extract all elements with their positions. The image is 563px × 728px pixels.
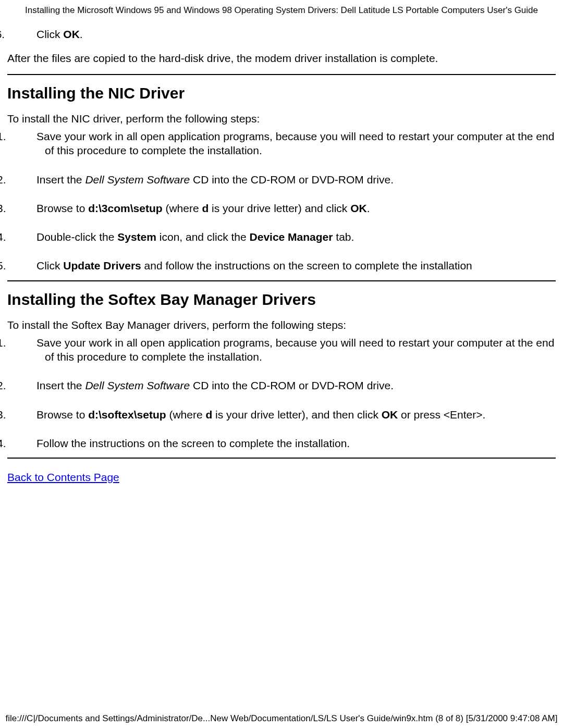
step-text-bold: d:\3com\setup xyxy=(88,202,162,214)
step-text-bold: Update Drivers xyxy=(63,260,141,272)
list-item: 4.Follow the instructions on the screen … xyxy=(27,436,556,450)
step-text: (where xyxy=(163,202,202,214)
list-item: 3.Browse to d:\3com\setup (where d is yo… xyxy=(27,201,556,215)
divider xyxy=(7,74,556,75)
step-text-bold: d xyxy=(202,202,209,214)
nic-heading: Installing the NIC Driver xyxy=(7,84,556,102)
step-num: 16. xyxy=(16,28,36,41)
step-text: and follow the instructions on the scree… xyxy=(141,260,472,272)
step-num: 1. xyxy=(21,129,36,143)
step-text-suffix: . xyxy=(80,28,83,40)
list-item: 1.Save your work in all open application… xyxy=(27,336,556,364)
step-num: 2. xyxy=(21,378,36,392)
step-16-item: 16.Click OK. xyxy=(27,28,556,41)
step-text: icon, and click the xyxy=(156,231,250,243)
list-item: 2.Insert the Dell System Software CD int… xyxy=(27,378,556,392)
step-text: Browse to xyxy=(36,202,88,214)
step-num: 1. xyxy=(21,336,36,350)
step-text: . xyxy=(367,202,370,214)
step-num: 2. xyxy=(21,172,36,187)
step-num: 3. xyxy=(21,408,36,422)
step-text-bold: OK xyxy=(382,409,398,421)
step-text: Save your work in all open application p… xyxy=(36,130,554,156)
step-text-bold: Device Manager xyxy=(250,231,333,243)
step-num: 4. xyxy=(21,230,36,244)
step-text: tab. xyxy=(333,231,354,243)
nic-steps: 1.Save your work in all open application… xyxy=(7,129,556,273)
step-text: Follow the instructions on the screen to… xyxy=(36,437,350,449)
step-text: (where xyxy=(166,409,206,421)
list-item: 3.Browse to d:\softex\setup (where d is … xyxy=(27,408,556,422)
step-num: 5. xyxy=(21,258,36,273)
step-text: Double-click the xyxy=(36,231,117,243)
step-text: Click xyxy=(36,260,63,272)
list-item: 5.Click Update Drivers and follow the in… xyxy=(27,258,556,273)
step-text: or press <Enter>. xyxy=(398,409,485,421)
step-text: is your drive letter), and then click xyxy=(212,409,381,421)
step-text-bold: System xyxy=(117,231,156,243)
step-text: Insert the xyxy=(36,379,85,391)
step-text: CD into the CD-ROM or DVD-ROM drive. xyxy=(190,174,394,186)
step-text: Insert the xyxy=(36,174,85,186)
softex-steps: 1.Save your work in all open application… xyxy=(7,336,556,450)
divider xyxy=(7,280,556,281)
footer-path: file:///C|/Documents and Settings/Admini… xyxy=(0,713,563,724)
content: 16.Click OK. After the files are copied … xyxy=(0,28,563,484)
step-text: is your drive letter) and click xyxy=(209,202,350,214)
nic-intro: To install the NIC driver, perform the f… xyxy=(7,113,556,125)
list-item: 2.Insert the Dell System Software CD int… xyxy=(27,172,556,187)
softex-heading: Installing the Softex Bay Manager Driver… xyxy=(7,291,556,309)
softex-intro: To install the Softex Bay Manager driver… xyxy=(7,319,556,331)
step-text-prefix: Click xyxy=(36,28,63,40)
step-16-list: 16.Click OK. xyxy=(7,28,556,41)
step-text: CD into the CD-ROM or DVD-ROM drive. xyxy=(190,379,394,391)
list-item: 4.Double-click the System icon, and clic… xyxy=(27,230,556,244)
step-text-bold: d:\softex\setup xyxy=(88,409,166,421)
divider xyxy=(7,458,556,459)
step-text-bold: OK xyxy=(63,28,80,40)
step-text: Save your work in all open application p… xyxy=(36,337,554,363)
page-header-title: Installing the Microsoft Windows 95 and … xyxy=(0,0,563,19)
step-text-bold: OK xyxy=(350,202,367,214)
back-to-contents-link[interactable]: Back to Contents Page xyxy=(7,471,119,484)
step-num: 3. xyxy=(21,201,36,215)
list-item: 1.Save your work in all open application… xyxy=(27,129,556,158)
step-text-italic: Dell System Software xyxy=(85,174,190,186)
after-copy-paragraph: After the files are copied to the hard-d… xyxy=(7,52,556,65)
step-text: Browse to xyxy=(36,409,88,421)
step-text-italic: Dell System Software xyxy=(85,379,190,391)
step-text-bold: d xyxy=(205,409,212,421)
step-num: 4. xyxy=(21,436,36,450)
